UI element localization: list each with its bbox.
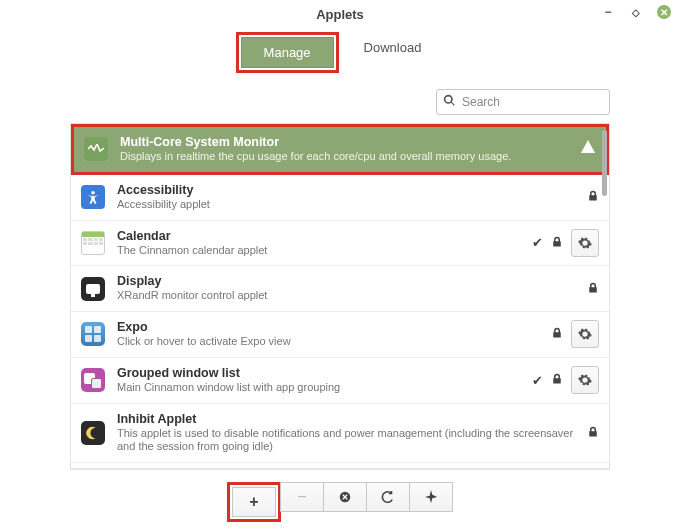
applet-name: Multi-Core System Monitor bbox=[120, 135, 568, 150]
applet-icon bbox=[81, 277, 105, 301]
more-button[interactable] bbox=[409, 482, 453, 512]
maximize-button[interactable]: ◇ bbox=[628, 4, 644, 20]
applet-desc: XRandR monitor control applet bbox=[117, 289, 575, 303]
annotation-highlight: + bbox=[227, 482, 281, 522]
applet-badges: ✔ bbox=[532, 229, 599, 257]
applet-icon bbox=[84, 137, 108, 161]
titlebar: Applets − ◇ ✕ bbox=[0, 0, 680, 28]
search-input[interactable]: Search bbox=[436, 89, 610, 115]
applet-name: Display bbox=[117, 274, 575, 289]
list-item[interactable]: DisplayXRandR monitor control applet bbox=[71, 266, 609, 312]
applet-list: Multi-Core System MonitorDisplays in rea… bbox=[70, 123, 610, 469]
applet-name: Calendar bbox=[117, 229, 520, 244]
applet-badges bbox=[580, 139, 596, 159]
applet-badges: ✔ bbox=[532, 366, 599, 394]
refresh-button[interactable] bbox=[366, 482, 410, 512]
applet-badges bbox=[587, 424, 599, 442]
applet-badges bbox=[587, 280, 599, 298]
svg-point-0 bbox=[91, 191, 95, 195]
applet-text: Multi-Core System MonitorDisplays in rea… bbox=[120, 135, 568, 164]
list-item[interactable]: Multi-Core System MonitorDisplays in rea… bbox=[74, 127, 606, 172]
scrollbar-thumb[interactable] bbox=[602, 130, 607, 196]
tab-download[interactable]: Download bbox=[341, 32, 445, 73]
search-placeholder: Search bbox=[462, 95, 500, 109]
bottom-toolbar: + − bbox=[70, 469, 610, 529]
tab-bar: Manage Download bbox=[0, 28, 680, 83]
list-item[interactable]: CalendarThe Cinnamon calendar applet✔ bbox=[71, 221, 609, 267]
applet-desc: Main Cinnamon window list with app group… bbox=[117, 381, 520, 395]
applet-name: Inhibit Applet bbox=[117, 412, 575, 427]
applet-desc: Click or hover to activate Expo view bbox=[117, 335, 539, 349]
applet-text: DisplayXRandR monitor control applet bbox=[117, 274, 575, 303]
list-item[interactable]: AccessibilityAccessibility applet bbox=[71, 175, 609, 221]
settings-button[interactable] bbox=[571, 366, 599, 394]
list-item[interactable]: ExpoClick or hover to activate Expo view bbox=[71, 312, 609, 358]
applet-badges bbox=[551, 320, 599, 348]
warning-icon bbox=[580, 139, 596, 159]
annotation-highlight: Multi-Core System MonitorDisplays in rea… bbox=[71, 124, 609, 175]
annotation-highlight: Manage bbox=[236, 32, 339, 73]
list-item[interactable]: KeyboardKeyboard layout✔ bbox=[71, 463, 609, 468]
lock-icon bbox=[551, 325, 563, 343]
applet-icon bbox=[81, 231, 105, 255]
applet-text: ExpoClick or hover to activate Expo view bbox=[117, 320, 539, 349]
window-title: Applets bbox=[316, 7, 364, 22]
applet-icon bbox=[81, 421, 105, 445]
tab-manage[interactable]: Manage bbox=[241, 37, 334, 68]
lock-icon bbox=[587, 424, 599, 442]
lock-icon bbox=[587, 188, 599, 206]
settings-button[interactable] bbox=[571, 229, 599, 257]
list-item[interactable]: Inhibit AppletThis applet is used to dis… bbox=[71, 404, 609, 464]
applet-name: Expo bbox=[117, 320, 539, 335]
add-button[interactable]: + bbox=[232, 487, 276, 517]
lock-icon bbox=[551, 234, 563, 252]
applet-text: Grouped window listMain Cinnamon window … bbox=[117, 366, 520, 395]
delete-button[interactable] bbox=[323, 482, 367, 512]
minimize-button[interactable]: − bbox=[600, 4, 616, 20]
applet-desc: The Cinnamon calendar applet bbox=[117, 244, 520, 258]
applet-text: AccessibilityAccessibility applet bbox=[117, 183, 575, 212]
applet-desc: Accessibility applet bbox=[117, 198, 575, 212]
window-controls: − ◇ ✕ bbox=[600, 4, 672, 20]
close-button[interactable]: ✕ bbox=[656, 4, 672, 20]
applet-icon bbox=[81, 368, 105, 392]
remove-button[interactable]: − bbox=[280, 482, 324, 512]
check-icon: ✔ bbox=[532, 373, 543, 388]
applet-text: Inhibit AppletThis applet is used to dis… bbox=[117, 412, 575, 455]
check-icon: ✔ bbox=[532, 235, 543, 250]
applet-name: Grouped window list bbox=[117, 366, 520, 381]
applet-text: CalendarThe Cinnamon calendar applet bbox=[117, 229, 520, 258]
lock-icon bbox=[551, 371, 563, 389]
applet-desc: This applet is used to disable notificat… bbox=[117, 427, 575, 455]
applet-icon bbox=[81, 322, 105, 346]
search-icon bbox=[443, 94, 456, 110]
settings-button[interactable] bbox=[571, 320, 599, 348]
content-area: Search Multi-Core System MonitorDisplays… bbox=[0, 83, 680, 529]
list-item[interactable]: Grouped window listMain Cinnamon window … bbox=[71, 358, 609, 404]
lock-icon bbox=[587, 280, 599, 298]
applet-icon bbox=[81, 185, 105, 209]
applet-badges bbox=[587, 188, 599, 206]
applet-name: Accessibility bbox=[117, 183, 575, 198]
applet-desc: Displays in realtime the cpu usage for e… bbox=[120, 150, 568, 164]
